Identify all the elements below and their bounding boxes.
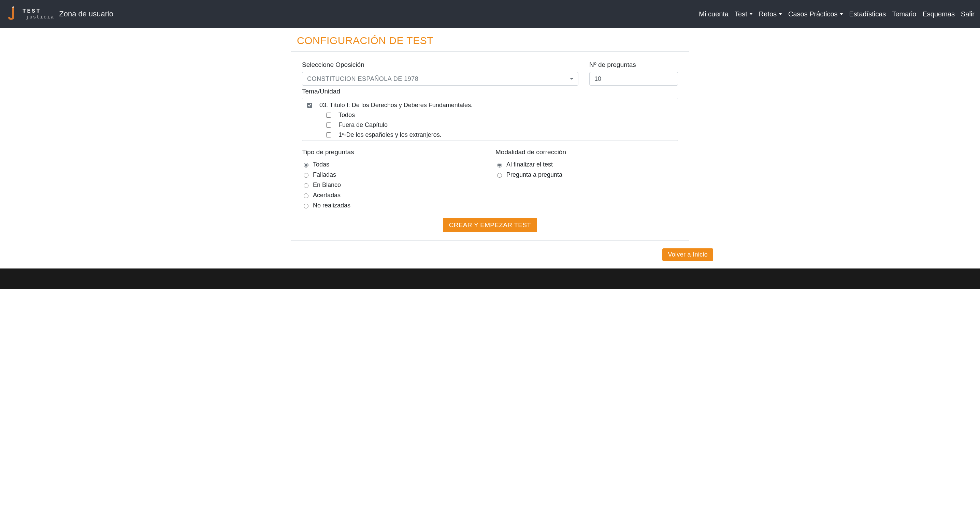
tree-row: 03. Título I: De los Derechos y Deberes …	[302, 100, 678, 110]
tipo-label: Tipo de preguntas	[302, 148, 485, 156]
tipo-radio[interactable]	[304, 193, 309, 198]
tree-checkbox[interactable]	[326, 132, 331, 137]
modalidad-radio[interactable]	[497, 173, 502, 178]
tema-tree[interactable]: 03. Título I: De los Derechos y Deberes …	[302, 98, 678, 141]
nav-temario[interactable]: Temario	[892, 10, 916, 18]
logo-text: TEST justicia	[22, 8, 54, 19]
tipo-radio[interactable]	[304, 204, 309, 208]
nav-casos-label: Casos Prácticos	[788, 10, 838, 18]
tree-row: Todos	[302, 110, 678, 120]
navbar: TEST justicia Zona de usuario Mi cuenta …	[0, 0, 980, 28]
tree-label: Todos	[339, 111, 355, 119]
nav-retos[interactable]: Retos	[759, 10, 782, 18]
tree-checkbox[interactable]	[326, 113, 331, 118]
tree-label: Fuera de Capítulo	[339, 121, 388, 129]
tree-row: 1º-De los españoles y los extranjeros.	[302, 130, 678, 140]
tipo-option-label: Falladas	[313, 170, 336, 179]
tipo-option-label: En Blanco	[313, 180, 341, 189]
tema-label: Tema/Unidad	[302, 87, 578, 95]
brand-subtitle[interactable]: Zona de usuario	[59, 10, 113, 18]
crear-test-button[interactable]: CREAR Y EMPEZAR TEST	[443, 218, 537, 232]
logo-text-top: TEST	[22, 8, 54, 14]
chevron-down-icon	[749, 13, 753, 15]
logo-text-bottom: justicia	[26, 15, 54, 19]
tipo-option[interactable]: En Blanco	[302, 180, 485, 189]
npreguntas-input[interactable]	[589, 72, 678, 86]
nav-estadisticas[interactable]: Estadísticas	[849, 10, 886, 18]
modalidad-option[interactable]: Pregunta a pregunta	[495, 170, 678, 179]
page-container: CONFIGURACIÓN DE TEST Seleccione Oposici…	[285, 35, 695, 241]
modalidad-label: Modalidad de corrección	[495, 148, 678, 156]
modalidad-option-label: Pregunta a pregunta	[506, 170, 562, 179]
tree-row: Fuera de Capítulo	[302, 120, 678, 130]
tipo-option-label: Acertadas	[313, 191, 340, 200]
nav-links: Mi cuenta Test Retos Casos Prácticos Est…	[699, 10, 975, 18]
nav-test[interactable]: Test	[735, 10, 753, 18]
tree-checkbox[interactable]	[326, 122, 331, 127]
modalidad-option[interactable]: Al finalizar el test	[495, 160, 678, 169]
tipo-option[interactable]: No realizadas	[302, 201, 485, 210]
config-card: Seleccione Oposición CONSTITUCION ESPAÑO…	[291, 51, 689, 241]
npreguntas-label: Nº de preguntas	[589, 61, 678, 68]
footer	[0, 269, 980, 289]
brand-group: TEST justicia Zona de usuario	[5, 6, 113, 22]
logo-icon	[5, 6, 21, 22]
nav-salir[interactable]: Salir	[961, 10, 975, 18]
tree-checkbox[interactable]	[307, 103, 312, 108]
nav-mi-cuenta[interactable]: Mi cuenta	[699, 10, 729, 18]
oposicion-select[interactable]: CONSTITUCION ESPAÑOLA DE 1978	[302, 72, 578, 86]
tree-label: 03. Título I: De los Derechos y Deberes …	[320, 102, 473, 109]
chevron-down-icon	[779, 13, 782, 15]
chevron-down-icon	[840, 13, 843, 15]
logo-link[interactable]: TEST justicia	[5, 6, 54, 22]
tipo-options: TodasFalladasEn BlancoAcertadasNo realiz…	[302, 160, 485, 210]
modalidad-option-label: Al finalizar el test	[506, 160, 553, 169]
tree-label: 1º-De los españoles y los extranjeros.	[339, 131, 442, 138]
modalidad-options: Al finalizar el testPregunta a pregunta	[495, 160, 678, 179]
modalidad-radio[interactable]	[497, 163, 502, 167]
oposicion-label: Seleccione Oposición	[302, 61, 578, 68]
page-title: CONFIGURACIÓN DE TEST	[297, 35, 689, 46]
tipo-radio[interactable]	[304, 173, 309, 178]
tipo-option-label: Todas	[313, 160, 329, 169]
tipo-option-label: No realizadas	[313, 201, 350, 210]
tipo-option[interactable]: Acertadas	[302, 191, 485, 200]
tipo-option[interactable]: Todas	[302, 160, 485, 169]
nav-esquemas[interactable]: Esquemas	[922, 10, 955, 18]
volver-inicio-button[interactable]: Volver a Inicio	[662, 248, 713, 261]
nav-retos-label: Retos	[759, 10, 776, 18]
tipo-option[interactable]: Falladas	[302, 170, 485, 179]
tipo-radio[interactable]	[304, 183, 309, 188]
tipo-radio[interactable]	[304, 163, 309, 167]
nav-casos[interactable]: Casos Prácticos	[788, 10, 843, 18]
nav-test-label: Test	[735, 10, 747, 18]
